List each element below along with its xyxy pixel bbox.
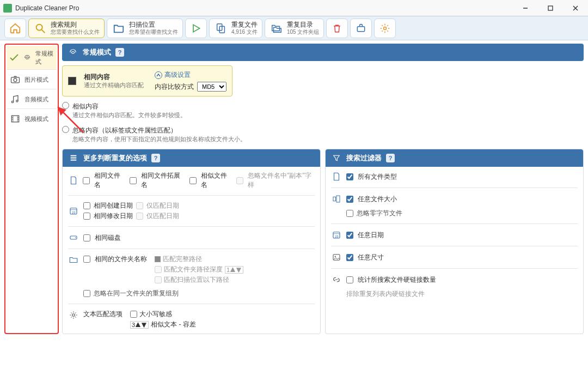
- ignore-content-title: 忽略内容（以标签或文件属性匹配）: [72, 126, 246, 135]
- svg-rect-22: [71, 155, 77, 156]
- same-content-title: 相同内容: [84, 73, 144, 82]
- start-scan-button[interactable]: [185, 19, 207, 38]
- same-content-desc: 通过文件精确内容匹配: [84, 81, 144, 89]
- mode-regular[interactable]: 常规模式: [7, 46, 57, 70]
- same-content-radio[interactable]: [68, 77, 76, 85]
- only-date2-check: [136, 213, 143, 220]
- film-icon: [9, 113, 21, 125]
- mode-regular-label: 常规模式: [35, 50, 54, 66]
- similar-content-title: 相似内容: [72, 102, 186, 111]
- svg-point-12: [11, 101, 13, 102]
- svg-point-9: [384, 27, 387, 29]
- depth-spinner[interactable]: 1 ⯅⯆: [225, 266, 243, 274]
- similar-content-desc: 通过文件相似内容匹配。文件较多时较慢。: [72, 111, 186, 119]
- app-icon: [3, 4, 12, 13]
- ignore-content-radio[interactable]: [62, 126, 69, 133]
- help-icon[interactable]: ?: [386, 154, 395, 162]
- scan-locations-tab[interactable]: 扫描位置 您希望在哪查找文件: [107, 19, 183, 38]
- svg-point-37: [335, 256, 336, 257]
- regular-mode-header: 常规模式 ?: [62, 44, 584, 61]
- match-depth-check: [155, 266, 162, 273]
- same-drive-check[interactable]: [83, 234, 90, 241]
- image-icon: [331, 252, 342, 263]
- gear-icon: [68, 310, 79, 320]
- advanced-settings-link[interactable]: 高级设置: [155, 70, 226, 80]
- drive-icon: [68, 232, 79, 243]
- home-icon: [8, 21, 22, 35]
- fingerprint-icon: [68, 47, 78, 58]
- duplicate-files-label: 重复文件: [231, 21, 258, 28]
- svg-rect-8: [358, 26, 365, 31]
- compare-method-select[interactable]: MD5: [197, 82, 226, 92]
- music-icon: [9, 93, 21, 105]
- mode-video[interactable]: 视频模式: [7, 109, 57, 128]
- any-dimension-check[interactable]: [346, 254, 353, 261]
- svg-point-11: [14, 78, 17, 82]
- ignore-same-folder-dup-check[interactable]: [83, 290, 90, 297]
- case-sensitive-check[interactable]: [130, 311, 137, 318]
- svg-point-30: [72, 314, 75, 317]
- similar-filename-check[interactable]: [189, 177, 197, 184]
- magnifier-icon: [33, 21, 47, 35]
- calendar-icon: 23: [331, 229, 342, 240]
- camera-icon: [9, 74, 21, 86]
- filename-icon: [68, 175, 78, 186]
- svg-rect-23: [71, 158, 77, 159]
- ignore-zero-byte-check[interactable]: [346, 210, 353, 217]
- any-date-check[interactable]: [346, 232, 353, 239]
- match-below-scan-check: [155, 276, 162, 283]
- duplicate-folders-tab[interactable]: 重复目录 105 文件夹组: [265, 19, 324, 38]
- svg-point-4: [36, 24, 42, 30]
- maximize-button[interactable]: [538, 0, 563, 16]
- more-options-title: 更多判断重复的选项: [83, 153, 147, 163]
- same-content-box: 相同内容 通过文件精确内容匹配 高级设置 内容比较方式 MD5: [62, 65, 232, 96]
- svg-point-29: [75, 237, 76, 238]
- delete-button[interactable]: [326, 19, 348, 38]
- tools-button[interactable]: [350, 19, 372, 38]
- folder-icon: [112, 21, 126, 35]
- settings-button[interactable]: [374, 19, 396, 38]
- similar-content-radio[interactable]: [62, 102, 69, 109]
- window-title: Duplicate Cleaner Pro: [15, 4, 513, 12]
- mode-image[interactable]: 图片模式: [7, 70, 57, 89]
- count-hardlinks-check[interactable]: [346, 276, 353, 283]
- trash-icon: [330, 21, 344, 35]
- play-icon: [189, 21, 203, 35]
- tolerant-spinner[interactable]: 3 ⯅⯆: [130, 321, 149, 329]
- svg-text:23: 23: [72, 211, 76, 214]
- link-icon: [331, 274, 342, 285]
- help-icon[interactable]: ?: [151, 154, 160, 162]
- duplicate-folders-count: 105 文件夹组: [287, 29, 319, 35]
- chevron-up-icon: [155, 71, 162, 79]
- scan-locations-sub: 您希望在哪查找文件: [129, 29, 178, 35]
- svg-line-5: [42, 29, 45, 33]
- duplicate-files-tab[interactable]: 重复文件 4,916 文件: [209, 19, 262, 38]
- same-extension-check[interactable]: [130, 177, 137, 184]
- duplicate-files-count: 4,916 文件: [231, 29, 258, 35]
- file-icon: [331, 171, 342, 182]
- svg-rect-31: [333, 197, 336, 201]
- duplicate-files-icon: [214, 21, 228, 35]
- svg-point-13: [16, 100, 18, 102]
- same-created-date-check[interactable]: [83, 202, 90, 209]
- ignore-copy-suffix-check: [236, 177, 243, 184]
- minimize-button[interactable]: [513, 0, 538, 16]
- close-button[interactable]: [563, 0, 588, 16]
- mode-audio[interactable]: 音频模式: [7, 89, 57, 109]
- help-icon[interactable]: ?: [115, 48, 124, 57]
- gear-icon: [378, 21, 392, 35]
- compare-method-label: 内容比较方式: [155, 82, 194, 92]
- same-folder-name-check[interactable]: [83, 256, 90, 263]
- all-types-check[interactable]: [346, 173, 353, 180]
- svg-rect-24: [71, 160, 77, 161]
- folder-icon: [68, 255, 79, 265]
- more-options-panel: 更多判断重复的选项 ? 相同文件名 相同文件拓展名 相似文件名 忽略文件名中"副…: [62, 149, 321, 334]
- mode-video-label: 视频模式: [24, 115, 48, 123]
- same-modified-date-check[interactable]: [83, 213, 90, 220]
- any-size-check[interactable]: [346, 196, 353, 203]
- same-filename-check[interactable]: [83, 177, 90, 184]
- home-button[interactable]: [4, 19, 26, 38]
- toolbox-icon: [354, 21, 368, 35]
- match-full-path-check: [155, 256, 161, 262]
- search-rules-tab[interactable]: 搜索规则 您需要查找什么文件: [28, 19, 105, 38]
